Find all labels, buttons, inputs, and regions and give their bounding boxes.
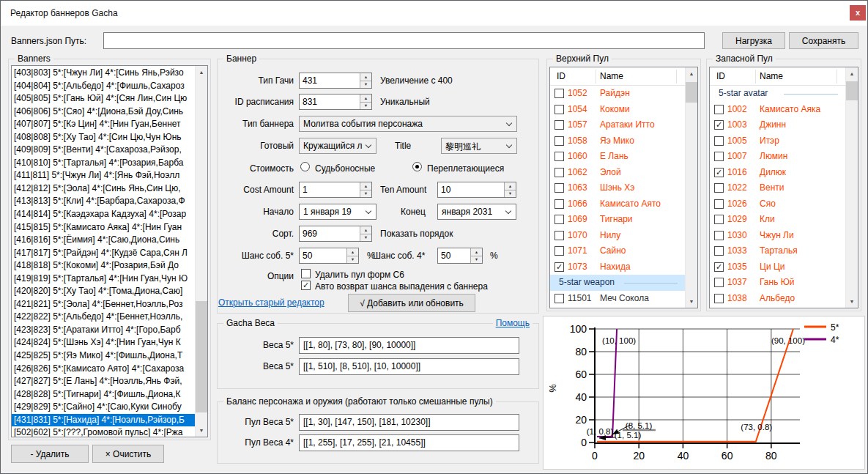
list-item[interactable]: [427|827] 5*:[Е Лань] 4*:[Ноэлль,Янь Фэй…	[12, 375, 195, 388]
pool-weights5-input[interactable]: [[1, 30], [147, 150], [181, 10230]]	[299, 414, 519, 431]
scrollbar-thumb[interactable]	[846, 81, 858, 100]
pool-row[interactable]: 1052Райдэн	[550, 86, 685, 102]
row-checkbox[interactable]	[714, 215, 724, 224]
list-item[interactable]: [422|822] 5*:[Альбедо] 4*:[Беннет,Ноэлль…	[12, 311, 195, 324]
row-checkbox[interactable]	[554, 215, 564, 224]
help-link[interactable]: Помощь	[493, 318, 533, 328]
prefab-select[interactable]: Кружащийся л	[299, 138, 376, 154]
add-or-update-button[interactable]: √ Добавить или обновить	[348, 294, 475, 312]
list-item[interactable]: [407|807] 5*:[Кэ Цин] 4*:[Нин Гуан,Бенне…	[12, 118, 195, 131]
pool-row[interactable]: 1058Яэ Мико	[550, 133, 685, 149]
clear-button[interactable]: × Очистить	[92, 445, 164, 463]
end-date-picker[interactable]: января 2031	[437, 204, 516, 220]
list-item[interactable]: [412|812] 5*:[Эола] 4*:[Синь Янь,Син Цю,	[12, 182, 195, 196]
row-checkbox[interactable]	[714, 183, 724, 193]
spin-down-icon[interactable]: ▼	[347, 256, 358, 264]
list-item[interactable]: [502|602] 5*:[???,Громовой пульс] 4*:[Рж…	[12, 426, 195, 437]
row-checkbox[interactable]: ✓	[554, 262, 564, 272]
list-item[interactable]: [424|824] 5*:[Шэнь Хэ] 4*:[Нин Гуан,Чун …	[12, 336, 195, 349]
delete-button[interactable]: - Удалить	[11, 445, 89, 463]
spin-down-icon[interactable]: ▼	[360, 103, 371, 110]
spin-down-icon[interactable]: ▼	[505, 190, 516, 198]
gacha-type-spinner[interactable]: 431 ▲ ▼	[299, 73, 372, 89]
banner-type-select[interactable]: Молитва события персонажа	[299, 116, 517, 132]
weights5-input-1[interactable]: [[1, 80], [73, 80], [90, 10000]]	[299, 337, 519, 354]
spin-down-icon[interactable]: ▼	[360, 81, 371, 89]
pool-row[interactable]: 1062Элой	[550, 165, 685, 181]
list-item[interactable]: [421|821] 5*:[Эола] 4*:[Беннет,Ноэлль,Ро…	[12, 298, 195, 311]
spin-up-icon[interactable]: ▲	[360, 95, 371, 103]
list-item[interactable]: [409|809] 5*:[Венти] 4*:[Сахароза,Рэйзор…	[12, 144, 195, 157]
row-checkbox[interactable]	[714, 152, 724, 161]
option-auto-return-label[interactable]: Авто возврат шанса выпадения с баннера	[315, 281, 488, 292]
spin-up-icon[interactable]: ▲	[347, 248, 358, 256]
pool-row[interactable]: 1054Кокоми	[550, 102, 685, 118]
list-item[interactable]: [426|826] 5*:[Камисато Аято] 4*:[Сахароз…	[12, 363, 195, 376]
row-checkbox[interactable]	[554, 168, 564, 177]
pool-row[interactable]: ✓1035Ци Ци	[710, 259, 845, 275]
spin-up-icon[interactable]: ▲	[505, 182, 516, 190]
list-item[interactable]: [429|829] 5*:[Сайно] 4*:[Саю,Куки Синобу	[12, 401, 195, 414]
pool-separator[interactable]: 5-star weapon	[550, 275, 685, 291]
row-checkbox[interactable]	[714, 278, 724, 287]
pool-row[interactable]: 1070Нилу	[550, 228, 685, 244]
row-checkbox[interactable]	[554, 105, 564, 114]
row-checkbox[interactable]	[714, 246, 724, 256]
scrollbar[interactable]: ▲ ▼	[845, 67, 858, 308]
list-item[interactable]: [417|817] 5*:[Райдэн] 4*:[Кудзё Сара,Сян…	[12, 247, 195, 260]
spin-down-icon[interactable]: ▼	[360, 234, 371, 242]
spin-up-icon[interactable]: ▲	[360, 73, 371, 81]
pool-row[interactable]: 1071Сайно	[550, 243, 685, 259]
option-remove-c6-checkbox[interactable]	[301, 269, 311, 278]
pool-row[interactable]: ✓1016Дилюк	[710, 165, 845, 181]
list-item[interactable]: [406|806] 5*:[Сяо] 4*:[Диона,Бэй Доу,Син…	[12, 105, 195, 119]
option-auto-return-checkbox[interactable]: ✓	[301, 281, 311, 290]
radio-fate-label[interactable]: Судьбоносные	[315, 163, 375, 174]
pool-row[interactable]: 1063Шэнь Хэ	[550, 180, 685, 196]
list-item[interactable]: [411|811] 5*:[Чжун Ли] 4*:[Янь Фэй,Ноэлл	[12, 169, 195, 182]
schedule-id-spinner[interactable]: 831 ▲ ▼	[299, 94, 372, 110]
pool-row[interactable]: 1030Чжун Ли	[710, 228, 845, 244]
weights5-input-2[interactable]: [[1, 510], [8, 510], [10, 10000]]	[299, 358, 519, 375]
pool-row[interactable]: 11501Меч Сокола	[550, 291, 685, 307]
pool-row[interactable]: 1002Камисато Аяка	[710, 102, 845, 118]
title-select[interactable]: 黎明巡礼	[441, 138, 517, 154]
row-checkbox[interactable]	[714, 105, 724, 114]
row-checkbox[interactable]: ✓	[714, 262, 724, 272]
radio-intertwined[interactable]	[412, 162, 422, 171]
pool-row[interactable]: 1060Е Лань	[550, 149, 685, 165]
option-remove-c6-label[interactable]: Удалить пул форм С6	[315, 270, 404, 280]
scroll-up-icon[interactable]: ▲	[846, 67, 858, 80]
scrollbar-thumb[interactable]	[196, 301, 207, 412]
pool-row[interactable]: 1026Сяо	[710, 196, 845, 212]
pool-separator[interactable]: 5-star avatar	[710, 86, 845, 102]
row-checkbox[interactable]	[554, 294, 564, 303]
list-item[interactable]: [418|818] 5*:[Кокоми] 4*:[Розария,Бэй До	[12, 259, 195, 273]
row-checkbox[interactable]	[554, 199, 564, 209]
fallback-pool-table[interactable]: ID Name 5-star avatar1002Камисато Аяка✓1…	[709, 67, 858, 308]
chance5-spinner[interactable]: 50 ▲ ▼	[299, 248, 359, 264]
list-item[interactable]: [425|825] 5*:[Яэ Мико] 4*:[Фишль,Диона,Т	[12, 349, 195, 363]
list-item[interactable]: [408|808] 5*:[Ху Тао] 4*:[Син Цю,Чун Юнь	[12, 131, 195, 144]
save-button[interactable]: Сохранять	[789, 32, 858, 49]
list-item[interactable]: [403|803] 5*:[Чжун Ли] 4*:[Синь Янь,Рэйз…	[12, 67, 195, 80]
row-checkbox[interactable]	[554, 231, 564, 240]
pool-row[interactable]: 1005Итэр	[710, 133, 845, 149]
scrollbar[interactable]: ▲ ▼	[195, 66, 207, 437]
spin-down-icon[interactable]: ▼	[360, 190, 371, 198]
scroll-up-icon[interactable]: ▲	[686, 67, 697, 80]
pool-row[interactable]: 1033Тарталья	[710, 243, 845, 259]
list-item[interactable]: [415|815] 5*:[Камисато Аяка] 4*:[Нин Гуа…	[12, 221, 195, 234]
spin-up-icon[interactable]: ▲	[360, 226, 371, 234]
pool-row[interactable]: 1069Тигнари	[550, 212, 685, 228]
row-checkbox[interactable]	[714, 294, 724, 303]
row-checkbox[interactable]	[554, 152, 564, 161]
list-item[interactable]: [416|816] 5*:[Ёимия] 4*:[Саю,Диона,Синь	[12, 234, 195, 247]
list-item[interactable]: [420|820] 5*:[Ху Тао] 4*:[Тома,Диона,Саю…	[12, 285, 195, 298]
row-checkbox[interactable]: ✓	[714, 120, 724, 130]
scrollbar-thumb[interactable]	[686, 82, 697, 103]
banners-list[interactable]: [403|803] 5*:[Чжун Ли] 4*:[Синь Янь,Рэйз…	[11, 65, 208, 437]
pool-row[interactable]: 1066Камисато Аято	[550, 196, 685, 212]
sort-spinner[interactable]: 969 ▲ ▼	[299, 226, 372, 242]
radio-intertwined-label[interactable]: Переплетающиеся	[427, 163, 504, 174]
